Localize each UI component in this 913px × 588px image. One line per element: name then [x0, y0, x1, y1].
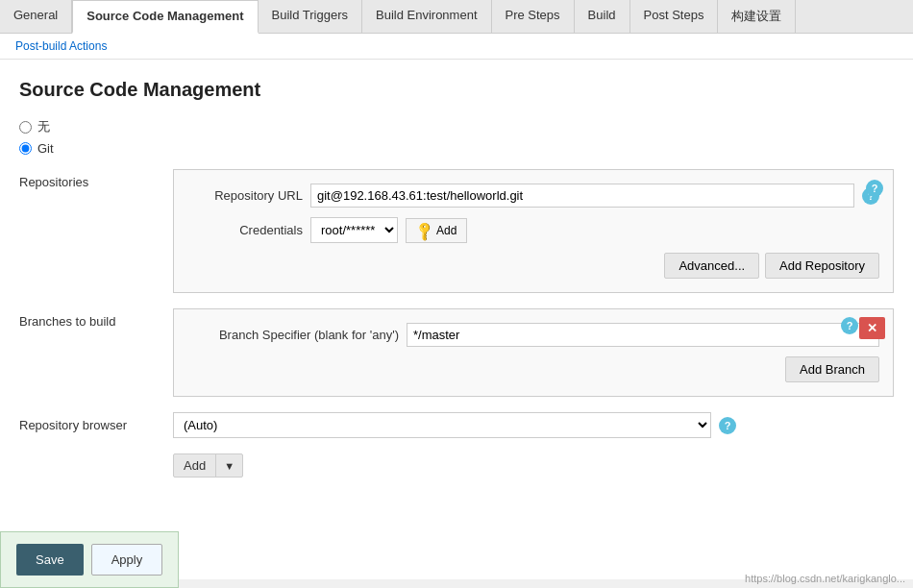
branch-actions-row: Add Branch: [187, 356, 879, 382]
watermark: https://blog.csdn.net/karigkanglo...: [745, 573, 905, 584]
bottom-bar: Save Apply: [0, 531, 179, 588]
apply-button[interactable]: Apply: [91, 544, 163, 576]
repo-actions-row: Advanced... Add Repository: [187, 253, 879, 279]
repo-box: ? Repository URL ? Credentials root/****…: [173, 169, 894, 293]
repositories-label: Repositories: [19, 169, 173, 189]
branches-section: Branches to build ✕ ? Branch Specifier (…: [19, 308, 894, 397]
radio-none-item: 无: [19, 118, 894, 135]
add-credentials-button[interactable]: 🔑 Add: [406, 218, 467, 243]
main-content: Source Code Management 无 Git Repositorie…: [0, 60, 913, 579]
branch-specifier-input[interactable]: [407, 323, 879, 347]
tab-bar: General Source Code Management Build Tri…: [0, 0, 913, 34]
credentials-row: Credentials root/****** 🔑 Add: [187, 217, 879, 243]
save-button[interactable]: Save: [16, 544, 84, 576]
repo-browser-help-icon[interactable]: ?: [719, 417, 736, 434]
radio-git-label[interactable]: Git: [37, 141, 54, 156]
repo-browser-body: (Auto) ?: [173, 412, 894, 438]
radio-git[interactable]: [19, 142, 32, 155]
repo-browser-section: Repository browser (Auto) ?: [19, 412, 894, 438]
key-icon: 🔑: [413, 219, 435, 241]
tab-general[interactable]: General: [0, 0, 72, 33]
add-dropdown-button[interactable]: Add ▼: [173, 453, 243, 478]
radio-group: 无 Git: [19, 118, 894, 156]
repo-url-label: Repository URL: [187, 188, 303, 203]
page-title: Source Code Management: [19, 79, 894, 101]
branches-body: ✕ ? Branch Specifier (blank for 'any') A…: [173, 308, 894, 397]
add-branch-button[interactable]: Add Branch: [785, 356, 879, 382]
add-dropdown-arrow[interactable]: ▼: [216, 456, 242, 476]
post-build-actions-link[interactable]: Post-build Actions: [15, 39, 107, 53]
repositories-body: ? Repository URL ? Credentials root/****…: [173, 169, 894, 293]
tab-poststeps[interactable]: Post Steps: [630, 0, 719, 33]
repo-help-icon[interactable]: ?: [866, 180, 883, 197]
tab-triggers[interactable]: Build Triggers: [259, 0, 362, 33]
add-credentials-label: Add: [436, 224, 456, 237]
radio-git-item: Git: [19, 141, 894, 156]
radio-none[interactable]: [19, 121, 32, 134]
tab-build[interactable]: Build: [575, 0, 630, 33]
branch-specifier-row: Branch Specifier (blank for 'any'): [187, 323, 879, 347]
repo-url-input[interactable]: [310, 184, 854, 208]
advanced-button[interactable]: Advanced...: [664, 253, 759, 279]
repo-browser-label: Repository browser: [19, 412, 173, 432]
branch-specifier-label: Branch Specifier (blank for 'any'): [187, 328, 399, 342]
sub-bar: Post-build Actions: [0, 34, 913, 60]
tab-scm[interactable]: Source Code Management: [72, 0, 258, 34]
branch-box: ✕ ? Branch Specifier (blank for 'any') A…: [173, 308, 894, 397]
tab-settings[interactable]: 构建设置: [718, 0, 796, 33]
tab-env[interactable]: Build Environment: [362, 0, 492, 33]
repositories-section: Repositories ? Repository URL ? Credenti…: [19, 169, 894, 293]
tab-presteps[interactable]: Pre Steps: [492, 0, 575, 33]
add-label[interactable]: Add: [174, 454, 216, 477]
remove-branch-button[interactable]: ✕: [859, 317, 885, 339]
add-section: Add ▼: [173, 453, 894, 478]
radio-none-label[interactable]: 无: [37, 118, 50, 135]
credentials-select[interactable]: root/******: [310, 217, 398, 243]
branch-help-icon[interactable]: ?: [841, 317, 858, 334]
repo-url-row: Repository URL ?: [187, 184, 879, 208]
add-repository-button[interactable]: Add Repository: [765, 253, 879, 279]
branches-label: Branches to build: [19, 308, 173, 329]
repo-browser-select[interactable]: (Auto): [173, 412, 711, 438]
credentials-label: Credentials: [187, 223, 303, 237]
